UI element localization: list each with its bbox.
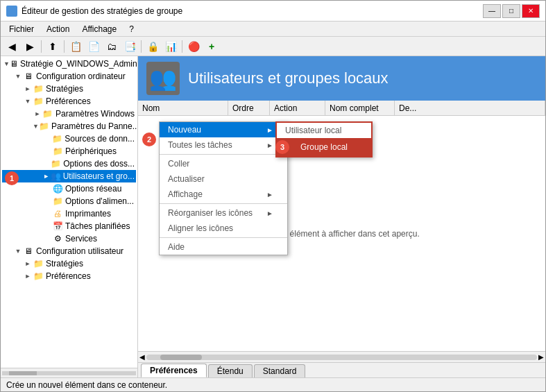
main-window: Éditeur de gestion des stratégies de gro…: [0, 0, 546, 392]
submenu-groupe-local[interactable]: 3 Groupe local: [277, 138, 371, 156]
strategies2-label: Stratégies: [46, 259, 83, 269]
params-windows-icon: 📁: [42, 108, 53, 119]
options-dos-icon: 📁: [51, 158, 61, 169]
tree-root[interactable]: ▼ 🖥 Stratégie O_WINDOWS_AdminL: [2, 58, 136, 70]
submenu-utilisateur-local[interactable]: Utilisateur local: [277, 123, 371, 138]
preferences2-label: Préférences: [46, 271, 91, 281]
tree-options-dos[interactable]: ► 📁 Options des doss...: [2, 157, 136, 170]
tree-sources-don[interactable]: ► 📁 Sources de donn...: [2, 133, 136, 145]
context-menu-item-aligner[interactable]: Aligner les icônes: [160, 221, 287, 236]
expander-options-dos: ►: [42, 159, 51, 169]
col-ordre[interactable]: Ordre: [228, 101, 270, 115]
nouveau-label: Nouveau: [168, 125, 201, 135]
tree-params-windows[interactable]: ► 📁 Paramètres Windows: [2, 108, 136, 120]
tree-options-alimen[interactable]: ► 📁 Options d'alimen...: [2, 195, 136, 207]
tab-preferences[interactable]: Préférences: [141, 364, 207, 377]
horizontal-scroll[interactable]: ◀ ▶: [138, 351, 545, 362]
options-alimen-label: Options d'alimen...: [65, 196, 134, 206]
menu-affichage[interactable]: Affichage: [76, 23, 122, 35]
expander-preferences1: ▼: [23, 96, 33, 106]
tree-content: ▼ 🖥 Stratégie O_WINDOWS_AdminL ▼ 🖥 Confi…: [1, 56, 137, 368]
tabs-bar: Préférences Étendu Standard: [138, 362, 545, 377]
toolbar-btn5[interactable]: 🗂: [103, 39, 120, 54]
periph-icon: 📁: [52, 146, 63, 157]
menu-bar: Fichier Action Affichage ?: [1, 22, 545, 37]
expander-imprimantes: ►: [42, 209, 52, 219]
minimize-button[interactable]: —: [483, 4, 501, 18]
params-windows-label: Paramètres Windows: [56, 109, 135, 119]
config-ordi-label: Configuration ordinateur: [36, 71, 126, 81]
context-menu-item-coller[interactable]: Coller: [160, 156, 287, 171]
context-menu-item-affichage[interactable]: Affichage ►: [160, 187, 287, 202]
col-nomcomplet[interactable]: Nom complet: [325, 101, 395, 115]
tree-strategies2[interactable]: ► 📁 Stratégies: [2, 257, 136, 270]
tree-taches[interactable]: ► 📅 Tâches planifiées: [2, 220, 136, 232]
utilisateur-local-label: Utilisateur local: [285, 126, 341, 135]
close-button[interactable]: ✕: [522, 4, 540, 18]
toolbar-back[interactable]: ◀: [3, 39, 20, 54]
tree-options-reseau[interactable]: ► 🌐 Options réseau: [2, 182, 136, 195]
col-action[interactable]: Action: [270, 101, 325, 115]
menu-fichier[interactable]: Fichier: [3, 23, 40, 35]
toolbar-btn3[interactable]: 📋: [67, 39, 84, 54]
context-menu-item-aide[interactable]: Aide: [160, 239, 287, 255]
scroll-thumb[interactable]: [160, 355, 202, 360]
ctx-sep1: [160, 154, 287, 155]
toolbar-forward[interactable]: ▶: [22, 39, 38, 54]
tree-services[interactable]: ► ⚙ Services: [2, 232, 136, 245]
toolbar-btn7[interactable]: 🔒: [144, 39, 161, 54]
sources-icon: 📁: [52, 133, 63, 144]
scroll-right-btn[interactable]: ▶: [538, 353, 544, 361]
content-header-icon: 👥: [146, 62, 180, 95]
params-panneau-icon: 📁: [39, 121, 49, 132]
ctx-sep2: [160, 203, 287, 204]
toolbar-btn8[interactable]: 📊: [162, 39, 179, 54]
tree-peripheriques[interactable]: ► 📁 Périphériques: [2, 145, 136, 157]
tree-scroll-track[interactable]: [2, 371, 136, 375]
tree-preferences2[interactable]: ► 📁 Préférences: [2, 270, 136, 282]
tree-preferences1[interactable]: ▼ 📁 Préférences: [2, 95, 136, 108]
col-nom[interactable]: Nom: [138, 101, 228, 115]
expander-params-panneau: ▼: [33, 121, 39, 131]
coller-label: Coller: [168, 159, 189, 169]
toolbar-btn4[interactable]: 📄: [85, 39, 102, 54]
toolbar-btn6[interactable]: 📑: [121, 39, 138, 54]
toutes-taches-arrow: ►: [266, 142, 273, 149]
params-panneau-label: Paramètres du Panne...: [51, 121, 137, 131]
tree-scroll-thumb[interactable]: [9, 371, 37, 375]
scroll-track[interactable]: [146, 355, 537, 360]
title-bar: Éditeur de gestion des stratégies de gro…: [1, 1, 545, 22]
context-menu-item-actualiser[interactable]: Actualiser: [160, 171, 287, 187]
menu-help[interactable]: ?: [123, 23, 139, 35]
toolbar-up[interactable]: ⬆: [44, 39, 61, 54]
tree-params-panneau[interactable]: ▼ 📁 Paramètres du Panne...: [2, 120, 136, 133]
config-ordi-icon: 🖥: [23, 71, 34, 82]
tree-imprimantes[interactable]: ► 🖨 Imprimantes: [2, 207, 136, 220]
context-menu-item-toutes-taches[interactable]: Toutes les tâches ►: [160, 137, 287, 153]
toolbar-btn9[interactable]: 🔴: [185, 39, 202, 54]
tree-utilisateurs[interactable]: ► 👥 Utilisateurs et gro...: [2, 170, 136, 182]
badge-2: 2: [142, 133, 156, 146]
tab-etendu[interactable]: Étendu: [208, 364, 253, 377]
context-menu-item-nouveau[interactable]: Nouveau ►: [160, 122, 287, 137]
tree-config-ordi[interactable]: ▼ 🖥 Configuration ordinateur: [2, 70, 136, 83]
menu-action[interactable]: Action: [41, 23, 75, 35]
tree-scrollbar[interactable]: [1, 368, 137, 377]
tree-utilisateurs-wrapper: 1 ► 👥 Utilisateurs et gro...: [2, 170, 136, 182]
tab-standard[interactable]: Standard: [254, 364, 306, 377]
toolbar-add[interactable]: +: [203, 39, 220, 54]
app-icon: [6, 6, 17, 17]
main-area: ▼ 🖥 Stratégie O_WINDOWS_AdminL ▼ 🖥 Confi…: [1, 56, 545, 377]
groupe-local-label: Groupe local: [287, 142, 348, 152]
root-icon: 🖥: [10, 58, 18, 69]
options-reseau-label: Options réseau: [65, 184, 121, 194]
col-desc[interactable]: De...: [395, 101, 545, 115]
maximize-button[interactable]: □: [502, 4, 520, 18]
tree-config-user[interactable]: ▼ 🖥 Configuration utilisateur: [2, 245, 136, 257]
context-menu: Nouveau ► Toutes les tâches ► Coller Ac: [159, 121, 288, 255]
services-label: Services: [65, 234, 97, 244]
context-menu-item-reorganiser[interactable]: Réorganiser les icônes ►: [160, 205, 287, 221]
tree-strategies1[interactable]: ► 📁 Stratégies: [2, 83, 136, 95]
scroll-left-btn[interactable]: ◀: [139, 353, 145, 361]
taches-icon: 📅: [52, 221, 63, 232]
